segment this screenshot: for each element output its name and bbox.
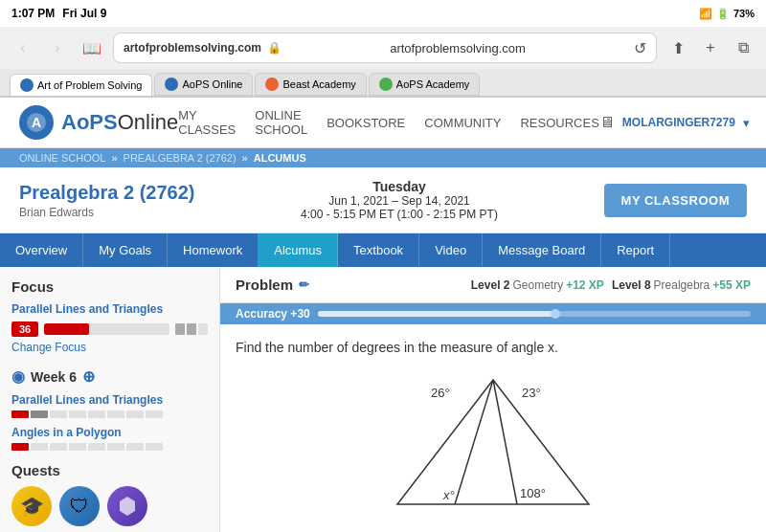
badge-blue[interactable]: 🛡 (59, 486, 100, 526)
problem-title: Problem ✏ (236, 277, 309, 293)
browser-chrome: ‹ › 📖 artofproblemsolving.com 🔒 artofpro… (0, 27, 766, 98)
nav-my-classes[interactable]: MY CLASSES (178, 108, 236, 137)
forward-button[interactable]: › (44, 34, 71, 61)
course-info: Prealgebra 2 (2762) Brian Edwards (19, 182, 194, 219)
breadcrumb-prealgebra[interactable]: PREALGEBRA 2 (2762) (124, 152, 237, 164)
username[interactable]: MOLARGINGER7279 (622, 116, 735, 129)
nav-resources[interactable]: RESOURCES (520, 116, 598, 130)
xp-badge-geometry: Level 2 Geometry +12 XP (471, 278, 604, 292)
tab-icon-aops-online (165, 78, 178, 91)
tab-mygoals[interactable]: My Goals (83, 233, 168, 267)
week-topic-2-label: Angles in a Polygon (11, 426, 208, 439)
xp-badge-prealgebra: Level 8 Prealgebra +55 XP (612, 278, 751, 292)
reload-icon[interactable]: ↺ (634, 39, 646, 57)
marker-3 (198, 323, 208, 335)
problem-body: Find the number of degrees in the measur… (220, 324, 766, 532)
week-header: ◉ Week 6 ⊕ (11, 367, 208, 386)
focus-topic: Parallel Lines and Triangles (11, 302, 208, 316)
tab-label-aops: Art of Problem Solving (37, 79, 142, 91)
add-tab-button[interactable]: + (697, 34, 724, 61)
tabs-button[interactable]: ⧉ (730, 34, 756, 61)
tab-beast-academy[interactable]: Beast Academy (255, 73, 366, 96)
week-label: Week 6 (31, 369, 77, 385)
quests-section: Quests 🎓 🛡 (11, 462, 208, 526)
status-bar: 1:07 PM Fri Jul 9 📶 🔋 73% (0, 0, 766, 27)
svg-text:A: A (32, 115, 41, 130)
main-content: Focus Parallel Lines and Triangles 36 Ch… (0, 267, 766, 532)
week-topic-1-label: Parallel Lines and Triangles (11, 393, 208, 407)
logo-area: A AoPS Online (19, 105, 178, 140)
course-header: Prealgebra 2 (2762) Brian Edwards Tuesda… (0, 167, 766, 233)
address-bar[interactable]: artofproblemsolving.com 🔒 artofproblemso… (113, 33, 657, 63)
tab-aops-online[interactable]: AoPS Online (154, 73, 253, 96)
course-title: Prealgebra 2 (2762) (19, 182, 194, 204)
user-dropdown-icon[interactable]: ▾ (743, 116, 750, 130)
tab-messageboard[interactable]: Message Board (483, 233, 601, 267)
accuracy-bar: Accuracy +30 (220, 303, 766, 324)
accuracy-text: Accuracy +30 (236, 307, 310, 321)
nav-community[interactable]: COMMUNITY (424, 116, 501, 130)
svg-line-4 (455, 380, 493, 504)
edit-icon[interactable]: ✏ (299, 277, 309, 292)
svg-text:23°: 23° (522, 386, 541, 400)
lock-icon: 🔒 (267, 41, 282, 55)
back-button[interactable]: ‹ (10, 34, 36, 61)
focus-title: Focus (11, 278, 208, 295)
svg-text:108°: 108° (520, 486, 546, 500)
breadcrumb-current: ALCUMUS (254, 152, 306, 164)
week-topic-2: Angles in a Polygon (11, 426, 208, 451)
breadcrumb-online-school[interactable]: ONLINE SCHOOL (19, 152, 105, 164)
address-aa: artofproblemsolving.com (124, 41, 261, 55)
svg-marker-3 (397, 380, 589, 504)
focus-score: 36 (11, 321, 38, 337)
svg-line-5 (493, 380, 517, 504)
logo-text: AoPS Online (61, 110, 178, 135)
badge-gold[interactable]: 🎓 (11, 486, 52, 526)
svg-marker-2 (120, 497, 135, 516)
battery-level: 73% (733, 8, 755, 19)
reader-button[interactable]: 📖 (79, 34, 105, 61)
tab-textbook[interactable]: Textbook (338, 233, 419, 267)
tab-aops-main[interactable]: Art of Problem Solving (10, 74, 152, 96)
svg-text:26°: 26° (431, 386, 450, 400)
breadcrumb: ONLINE SCHOOL » PREALGEBRA 2 (2762) » AL… (0, 148, 766, 167)
classroom-button[interactable]: MY CLASSROOM (604, 184, 747, 217)
nav-online-school[interactable]: ONLINE SCHOOL (255, 108, 307, 137)
tab-label-academy: AoPS Academy (396, 78, 469, 90)
share-button[interactable]: ⬆ (665, 34, 691, 61)
tab-video[interactable]: Video (419, 233, 483, 267)
wifi-icon: 📶 (699, 8, 712, 20)
week-prev-arrow[interactable]: ◉ (11, 367, 25, 386)
triangle-svg: 26° 23° x° 108° (378, 370, 608, 514)
week-next-arrow[interactable]: ⊕ (82, 367, 95, 386)
url-text: artofproblemsolving.com (287, 41, 628, 55)
course-instructor: Brian Edwards (19, 206, 194, 219)
tab-report[interactable]: Report (601, 233, 670, 267)
tab-icon-aops (20, 78, 34, 92)
tab-label-aops-online: AoPS Online (182, 78, 242, 90)
week-progress-1 (11, 410, 208, 418)
course-date-range: Jun 1, 2021 – Sep 14, 2021 (301, 194, 498, 208)
monitor-icon: 🖥 (599, 114, 615, 131)
tab-aops-academy[interactable]: AoPS Academy (369, 73, 480, 96)
xp-badges: Level 2 Geometry +12 XP Level 8 Prealgeb… (471, 278, 751, 292)
focus-bar-markers (175, 323, 208, 335)
week-topic-1: Parallel Lines and Triangles (11, 393, 208, 418)
breadcrumb-sep1: » (111, 152, 117, 164)
tab-icon-academy (379, 78, 393, 91)
nav-bookstore[interactable]: BOOKSTORE (327, 116, 405, 130)
left-sidebar: Focus Parallel Lines and Triangles 36 Ch… (0, 267, 220, 532)
tab-homework[interactable]: Homework (168, 233, 259, 267)
marker-1 (175, 323, 185, 335)
battery-icon: 🔋 (716, 8, 730, 20)
change-focus-link[interactable]: Change Focus (11, 341, 208, 354)
course-nav: Overview My Goals Homework Alcumus Textb… (0, 233, 766, 267)
tab-overview[interactable]: Overview (0, 233, 83, 267)
tab-alcumus[interactable]: Alcumus (259, 233, 338, 267)
breadcrumb-sep2: » (242, 152, 248, 164)
svg-text:x°: x° (442, 488, 455, 502)
week-progress-2 (11, 443, 208, 451)
badge-purple[interactable] (107, 486, 147, 526)
app-header: A AoPS Online MY CLASSES ONLINE SCHOOL B… (0, 98, 766, 148)
user-area: 🖥 MOLARGINGER7279 ▾ (599, 114, 750, 131)
